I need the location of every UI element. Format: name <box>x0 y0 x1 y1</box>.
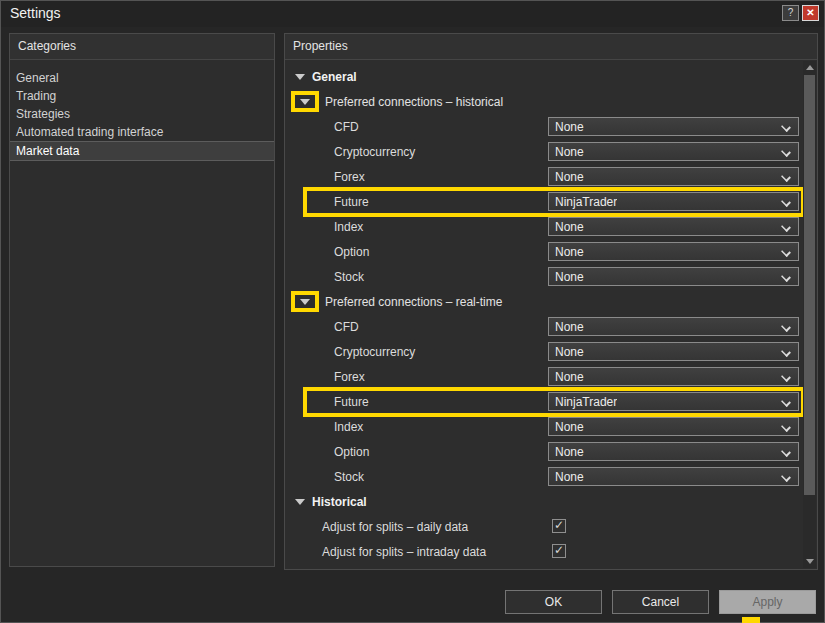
group-label: General <box>312 70 357 84</box>
property-label: Stock <box>334 270 364 284</box>
group-label: Historical <box>312 495 367 509</box>
adjust-splits-daily-checkbox[interactable] <box>552 519 566 533</box>
help-icon: ? <box>788 8 794 18</box>
forex-realtime-dropdown[interactable]: None <box>548 367 799 386</box>
dropdown-value: None <box>555 245 584 259</box>
dropdown-value: NinjaTrader <box>555 395 617 409</box>
category-automated-trading-interface[interactable]: Automated trading interface <box>10 123 274 141</box>
category-strategies[interactable]: Strategies <box>10 105 274 123</box>
chevron-down-icon <box>781 448 790 457</box>
chevron-down-icon <box>781 198 790 207</box>
dialog-footer: OK Cancel Apply <box>505 590 816 614</box>
scroll-down-icon[interactable] <box>803 555 816 568</box>
properties-scrollbar[interactable] <box>803 61 816 568</box>
property-row-stock-historical: Stock None <box>286 264 803 289</box>
property-label: CFD <box>334 320 359 334</box>
property-row-stock-realtime: Stock None <box>286 464 803 489</box>
property-group-general[interactable]: General <box>286 64 803 89</box>
chevron-down-icon <box>781 423 790 432</box>
categories-header: Categories <box>10 34 274 60</box>
index-historical-dropdown[interactable]: None <box>548 217 799 236</box>
property-row-option-historical: Option None <box>286 239 803 264</box>
chevron-down-icon <box>781 323 790 332</box>
dropdown-value: NinjaTrader <box>555 195 617 209</box>
cfd-realtime-dropdown[interactable]: None <box>548 317 799 336</box>
cryptocurrency-realtime-dropdown[interactable]: None <box>548 342 799 361</box>
window-buttons: ? ✕ <box>782 5 819 21</box>
chevron-down-icon <box>781 373 790 382</box>
property-label: Forex <box>334 170 365 184</box>
category-market-data[interactable]: Market data <box>10 141 274 161</box>
dropdown-value: None <box>555 120 584 134</box>
close-icon: ✕ <box>806 8 814 18</box>
property-row-option-realtime: Option None <box>286 439 803 464</box>
property-grid: General Preferred connections – historic… <box>286 61 803 568</box>
cfd-historical-dropdown[interactable]: None <box>548 117 799 136</box>
cryptocurrency-historical-dropdown[interactable]: None <box>548 142 799 161</box>
close-button[interactable]: ✕ <box>802 5 819 21</box>
property-row-index-historical: Index None <box>286 214 803 239</box>
subgroup-label: Preferred connections – real-time <box>325 295 502 309</box>
expander-down-icon[interactable] <box>295 74 305 80</box>
chevron-down-icon <box>781 173 790 182</box>
property-label: Future <box>334 395 369 409</box>
property-row-cryptocurrency-realtime: Cryptocurrency None <box>286 339 803 364</box>
property-label: Cryptocurrency <box>334 145 415 159</box>
category-trading[interactable]: Trading <box>10 87 274 105</box>
highlight-annotation <box>742 617 760 623</box>
dropdown-value: None <box>555 445 584 459</box>
dropdown-value: None <box>555 170 584 184</box>
titlebar[interactable]: Settings ? ✕ <box>1 1 824 27</box>
forex-historical-dropdown[interactable]: None <box>548 167 799 186</box>
categories-panel: Categories General Trading Strategies Au… <box>9 33 275 567</box>
property-label: Forex <box>334 370 365 384</box>
help-button[interactable]: ? <box>782 5 799 21</box>
chevron-down-icon <box>781 148 790 157</box>
cancel-button[interactable]: Cancel <box>612 590 709 614</box>
property-label: Adjust for splits – intraday data <box>322 545 486 559</box>
future-realtime-dropdown[interactable]: NinjaTrader <box>548 392 799 411</box>
chevron-down-icon <box>781 248 790 257</box>
stock-historical-dropdown[interactable]: None <box>548 267 799 286</box>
property-label: Index <box>334 220 363 234</box>
property-label: Index <box>334 420 363 434</box>
index-realtime-dropdown[interactable]: None <box>548 417 799 436</box>
adjust-splits-intraday-checkbox[interactable] <box>552 544 566 558</box>
apply-button[interactable]: Apply <box>719 590 816 614</box>
option-historical-dropdown[interactable]: None <box>548 242 799 261</box>
chevron-down-icon <box>781 273 790 282</box>
property-subgroup-realtime-connections[interactable]: Preferred connections – real-time <box>286 289 803 314</box>
stock-realtime-dropdown[interactable]: None <box>548 467 799 486</box>
dropdown-value: None <box>555 320 584 334</box>
property-row-cryptocurrency-historical: Cryptocurrency None <box>286 139 803 164</box>
future-historical-dropdown[interactable]: NinjaTrader <box>548 192 799 211</box>
property-label: Option <box>334 245 369 259</box>
property-row-forex-historical: Forex None <box>286 164 803 189</box>
property-label: Cryptocurrency <box>334 345 415 359</box>
properties-panel: Properties General Preferred connections… <box>284 33 818 570</box>
expander-down-icon[interactable] <box>300 99 310 105</box>
property-row-cfd-realtime: CFD None <box>286 314 803 339</box>
property-group-historical[interactable]: Historical <box>286 489 803 514</box>
category-general[interactable]: General <box>10 69 274 87</box>
scroll-up-icon[interactable] <box>803 61 816 74</box>
property-row-forex-realtime: Forex None <box>286 364 803 389</box>
option-realtime-dropdown[interactable]: None <box>548 442 799 461</box>
chevron-down-icon <box>781 473 790 482</box>
dropdown-value: None <box>555 370 584 384</box>
property-row-adjust-splits-intraday: Adjust for splits – intraday data <box>286 539 803 564</box>
expander-down-icon[interactable] <box>295 499 305 505</box>
dropdown-value: None <box>555 145 584 159</box>
ok-button[interactable]: OK <box>505 590 602 614</box>
settings-window: Settings ? ✕ Categories General Trading … <box>0 0 825 623</box>
highlight-annotation <box>291 91 319 112</box>
property-row-future-realtime: Future NinjaTrader <box>286 389 803 414</box>
property-row-cfd-historical: CFD None <box>286 114 803 139</box>
dropdown-value: None <box>555 220 584 234</box>
property-label: Adjust for splits – daily data <box>322 520 468 534</box>
scrollbar-thumb[interactable] <box>804 75 815 495</box>
expander-down-icon[interactable] <box>300 299 310 305</box>
property-row-future-historical: Future NinjaTrader <box>286 189 803 214</box>
property-label: CFD <box>334 120 359 134</box>
property-subgroup-historical-connections[interactable]: Preferred connections – historical <box>286 89 803 114</box>
